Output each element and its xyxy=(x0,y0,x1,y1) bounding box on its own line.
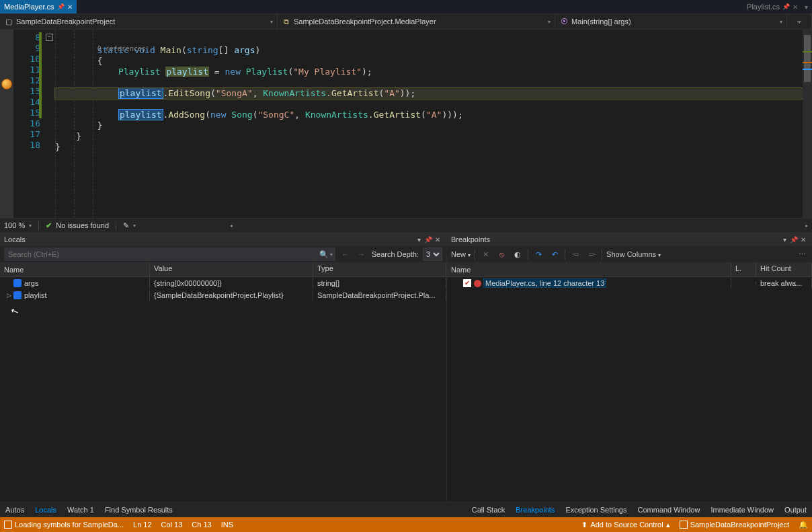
scroll-right-icon[interactable]: ▸ xyxy=(805,223,808,229)
notifications-icon[interactable]: 🔔 xyxy=(799,521,808,529)
scrollbar-thumb[interactable] xyxy=(804,35,811,82)
scroll-marker xyxy=(803,51,812,52)
nav-class-dropdown[interactable]: ⧉ SampleDataBreakpointProject.MediaPlaye… xyxy=(278,14,555,29)
cleanup-icon[interactable]: ✎ xyxy=(123,221,129,230)
expand-icon[interactable]: ▷ xyxy=(4,292,13,299)
close-icon[interactable]: ✕ xyxy=(799,236,808,243)
publish-icon: ⬆ xyxy=(581,521,587,529)
breakpoint-margin[interactable] xyxy=(0,30,13,218)
goto-disassembly-button[interactable]: ≕ xyxy=(585,248,598,260)
chevron-down-icon[interactable]: ▾ xyxy=(330,252,333,258)
chevron-down-icon: ▾ xyxy=(780,19,782,25)
nav-forward-button[interactable]: → xyxy=(356,248,368,260)
tab-watch1[interactable]: Watch 1 xyxy=(62,502,99,517)
check-icon: ✔ xyxy=(46,221,52,230)
scroll-marker xyxy=(803,62,812,63)
chevron-down-icon[interactable]: ▾ xyxy=(29,223,32,229)
locals-row[interactable]: args {string[0x00000000]} string[] xyxy=(0,277,446,289)
tab-immediate-window[interactable]: Immediate Window xyxy=(705,502,779,517)
locals-panel: Locals ▾ 📌 ✕ 🔍 ▾ ← → Search Depth: 3 Nam… xyxy=(0,233,447,502)
locals-row[interactable]: ▷playlist {SampleDataBreakpointProject.P… xyxy=(0,289,446,301)
breakpoints-grid-header[interactable]: Name L. Hit Count xyxy=(447,263,812,277)
window-position-icon[interactable]: ▾ xyxy=(780,236,789,243)
status-ins[interactable]: INS xyxy=(221,521,233,529)
tab-autos[interactable]: Autos xyxy=(0,502,30,517)
codelens[interactable]: 0 references xyxy=(97,45,146,52)
split-icon: ⫟ xyxy=(796,17,803,26)
search-input[interactable] xyxy=(7,250,319,259)
nav-project-dropdown[interactable]: ▢ SampleDataBreakpointProject ▾ xyxy=(0,14,278,29)
tab-find-symbol-results[interactable]: Find Symbol Results xyxy=(99,502,178,517)
search-depth-label: Search Depth: xyxy=(372,250,419,258)
collapse-icon[interactable]: − xyxy=(46,34,53,41)
mouse-cursor-icon: ↖ xyxy=(9,304,21,317)
search-icon[interactable]: 🔍 xyxy=(319,250,329,259)
breakpoint-checkbox[interactable]: ✔ xyxy=(463,279,471,287)
import-button[interactable]: ↶ xyxy=(549,248,561,260)
breakpoints-grid-body: ✔ MediaPlayer.cs, line 12 character 13 b… xyxy=(447,277,812,502)
tab-mediaplayer[interactable]: MediaPlayer.cs 📌 ✕ xyxy=(0,0,77,13)
close-icon[interactable]: ✕ xyxy=(793,3,798,11)
tab-output[interactable]: Output xyxy=(779,502,812,517)
tab-playlist[interactable]: Playlist.cs 📌 ✕ ▾ xyxy=(743,0,812,13)
status-project[interactable]: SampleDataBreakpointProject xyxy=(680,521,789,529)
pin-icon[interactable]: 📌 xyxy=(423,236,433,243)
close-icon[interactable]: ✕ xyxy=(67,3,73,11)
column-name[interactable]: Name xyxy=(0,263,150,276)
status-line[interactable]: Ln 12 xyxy=(133,521,152,529)
panel-title: Locals xyxy=(4,235,26,243)
editor-status-strip: 100 % ▾ ✔ No issues found ✎ ▾ ◂ ▸ xyxy=(0,218,812,232)
variable-icon xyxy=(13,291,22,299)
chevron-down-icon[interactable]: ▾ xyxy=(805,3,808,11)
add-source-control-button[interactable]: ⬆Add to Source Control ▴ xyxy=(581,521,669,529)
pin-icon[interactable]: 📌 xyxy=(57,3,65,10)
locals-search[interactable]: 🔍 ▾ xyxy=(4,248,335,261)
nav-back-button[interactable]: ← xyxy=(339,248,352,260)
nav-member-dropdown[interactable]: ⦿ Main(string[] args) ▾ xyxy=(555,14,787,29)
delete-breakpoint-button[interactable]: ✕ xyxy=(479,248,491,260)
outlining-margin[interactable]: − xyxy=(44,30,55,218)
tab-call-stack[interactable]: Call Stack xyxy=(466,502,511,517)
goto-source-button[interactable]: ≔ xyxy=(569,248,581,260)
nav-class-label: SampleDataBreakpointProject.MediaPlayer xyxy=(294,17,436,26)
new-breakpoint-button[interactable]: New ▾ xyxy=(451,250,471,258)
close-icon[interactable]: ✕ xyxy=(433,236,442,243)
nav-project-label: SampleDataBreakpointProject xyxy=(16,17,115,26)
column-type[interactable]: Type xyxy=(313,263,446,276)
chevron-down-icon[interactable]: ▾ xyxy=(133,223,136,229)
breakpoint-icon xyxy=(474,280,481,287)
locals-grid-header[interactable]: Name Value Type xyxy=(0,263,446,277)
column-labels[interactable]: L. xyxy=(731,263,756,276)
split-view-button[interactable]: ⫟ xyxy=(787,14,812,29)
delete-all-breakpoints-button[interactable]: ⦸ xyxy=(495,248,508,260)
window-position-icon[interactable]: ▾ xyxy=(414,236,423,243)
code-editor[interactable]: 89101112131415161718 − 0 references stat… xyxy=(0,30,812,218)
code-text[interactable]: 0 references static void Main(string[] a… xyxy=(55,30,812,218)
variable-icon xyxy=(13,279,22,287)
tab-breakpoints[interactable]: Breakpoints xyxy=(510,502,560,517)
tab-exception-settings[interactable]: Exception Settings xyxy=(560,502,632,517)
status-col[interactable]: Col 13 xyxy=(161,521,183,529)
scroll-left-icon[interactable]: ◂ xyxy=(230,223,233,229)
tab-command-window[interactable]: Command Window xyxy=(633,502,706,517)
show-columns-dropdown[interactable]: Show Columns ▾ xyxy=(606,250,661,258)
export-button[interactable]: ↷ xyxy=(532,248,544,260)
pin-icon[interactable]: 📌 xyxy=(789,236,799,243)
search-depth-select[interactable]: 3 xyxy=(423,248,442,261)
column-name[interactable]: Name xyxy=(447,263,731,276)
issues-label[interactable]: No issues found xyxy=(56,221,109,229)
breakpoint-row[interactable]: ✔ MediaPlayer.cs, line 12 character 13 b… xyxy=(447,277,812,289)
options-icon[interactable]: ⋯ xyxy=(796,248,808,260)
toggle-breakpoints-button[interactable]: ◐ xyxy=(512,248,524,260)
pin-icon[interactable]: 📌 xyxy=(782,3,790,10)
column-hitcount[interactable]: Hit Count xyxy=(756,263,812,276)
breakpoint-hit-marker-icon[interactable] xyxy=(1,79,12,89)
scroll-marker xyxy=(803,69,812,70)
locals-grid-body: args {string[0x00000000]} string[] ▷play… xyxy=(0,277,446,502)
zoom-level[interactable]: 100 % xyxy=(4,221,25,229)
tab-locals[interactable]: Locals xyxy=(30,502,62,517)
column-value[interactable]: Value xyxy=(150,263,313,276)
vertical-scrollbar[interactable] xyxy=(803,30,812,218)
chevron-down-icon: ▾ xyxy=(270,19,273,25)
status-ch[interactable]: Ch 13 xyxy=(192,521,211,529)
